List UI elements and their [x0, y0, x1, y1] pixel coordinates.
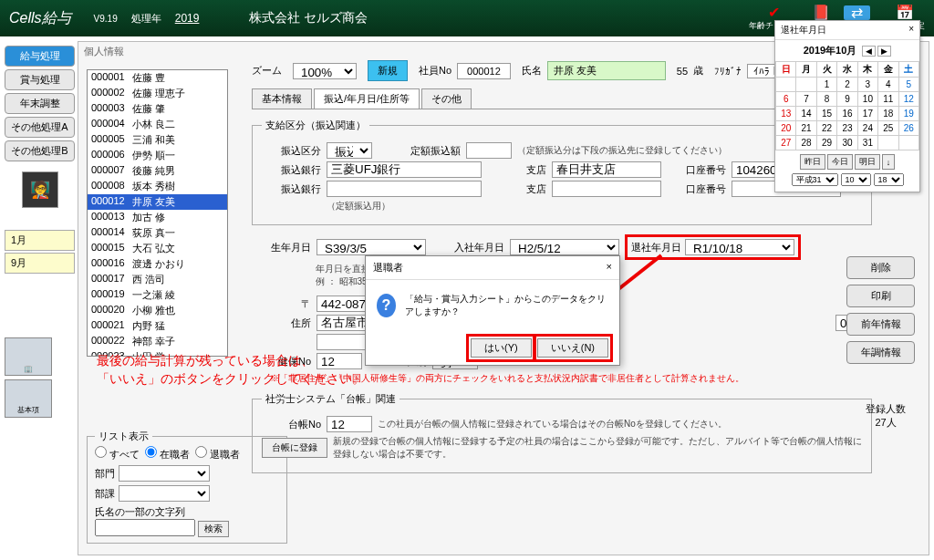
employee-row[interactable]: 000004小林 良二 — [88, 117, 227, 132]
new-button[interactable]: 新規 — [368, 60, 408, 81]
delete-button[interactable]: 削除 — [846, 256, 915, 279]
addr-label: 住所 — [252, 316, 311, 330]
kubun-label: 振込区分 — [262, 144, 321, 158]
presentation-icon[interactable]: 🧑‍🏫 — [22, 171, 58, 208]
empno-label: 社員No — [419, 64, 451, 78]
leave-select[interactable]: R1/10/18 — [685, 239, 794, 255]
employee-row[interactable]: 000017西 浩司 — [88, 272, 227, 287]
calendar-popup: 退社年月日× 2019年10月 ◀▶ 日月火水木金土12345678910111… — [774, 20, 920, 192]
nav-other-b[interactable]: その他処理B — [5, 140, 75, 161]
month-tabs: 1月 9月 — [5, 228, 75, 275]
employee-list[interactable]: 000001佐藤 豊000002佐藤 理恵子000003佐藤 肇000004小林… — [87, 69, 228, 357]
section-select[interactable] — [119, 485, 210, 502]
sharoshi-fieldset: 社労士システム「台帳」関連 台帳No この社員が台帳の個人情報に登録されている場… — [252, 392, 872, 473]
cal-day-select[interactable]: 18 — [874, 173, 904, 186]
furigana-label: ﾌﾘｶﾞﾅ — [714, 66, 742, 77]
name-search-label: 氏名の一部の文字列 — [95, 505, 279, 519]
nav-yearend[interactable]: 年末調整 — [5, 93, 75, 114]
cal-next-button[interactable]: ▶ — [877, 46, 891, 57]
ledgerno-input[interactable] — [327, 416, 372, 432]
tab-sep[interactable]: 9月 — [5, 253, 75, 274]
cal-today-button[interactable]: 今日 — [827, 154, 853, 170]
dept-select[interactable] — [119, 465, 210, 482]
teigaku-label: 定額振込額 — [410, 144, 461, 158]
radio-all[interactable]: すべて — [95, 446, 140, 461]
tab-transfer[interactable]: 振込/年月日/住所等 — [314, 88, 420, 109]
dialog-message: 「給与・賞与入力シート」からこのデータをクリアしますか？ — [405, 293, 608, 318]
employee-row[interactable]: 000019一之瀬 綾 — [88, 287, 227, 303]
app-name: Cells給与 — [9, 9, 71, 28]
radio-retired[interactable]: 退職者 — [195, 446, 240, 461]
leave-highlight: 退社年月日 R1/10/18 — [625, 234, 801, 260]
basic-item-button[interactable]: 基本項 — [5, 379, 52, 418]
bank-label: 振込銀行 — [262, 163, 321, 177]
tab-basic[interactable]: 基本情報 — [252, 88, 312, 109]
nav-other-a[interactable]: その他処理A — [5, 117, 75, 138]
sharoshi-legend: 社労士システム「台帳」関連 — [262, 392, 400, 406]
cal-era-select[interactable]: 平成31 — [792, 173, 838, 186]
zoom-label: ズーム — [252, 64, 282, 78]
calendar-grid[interactable]: 日月火水木金土123456789101112131415161718192021… — [775, 61, 919, 150]
teigaku-input[interactable] — [466, 142, 512, 159]
dialog-close-button[interactable]: × — [607, 261, 612, 275]
annotation-text: 最後の給与計算が残っている場合は、 「いいえ」のボタンをクリックしてください。 — [97, 352, 365, 388]
yearadj-button[interactable]: 年調情報 — [846, 341, 915, 364]
print-button[interactable]: 印刷 — [846, 285, 915, 307]
employee-row[interactable]: 000003佐藤 肇 — [88, 101, 227, 117]
employee-row[interactable]: 000013加古 修 — [88, 210, 227, 225]
cal-yesterday-button[interactable]: 昨日 — [800, 154, 825, 170]
register-ledger-button[interactable]: 台帳に登録 — [262, 438, 327, 458]
processing-year[interactable]: 2019 — [175, 12, 200, 25]
name-value: 井原 友美 — [547, 61, 666, 80]
cal-prev-button[interactable]: ◀ — [862, 46, 876, 57]
nav-bonus[interactable]: 賞与処理 — [5, 69, 75, 90]
employee-row[interactable]: 000007後藤 純男 — [88, 163, 227, 179]
employee-row[interactable]: 000012井原 友美 — [88, 194, 227, 210]
age-suffix: 歳 — [693, 64, 703, 78]
bank2-input[interactable] — [327, 181, 482, 197]
calendar-month: 2019年10月 — [804, 42, 857, 59]
dialog-no-button[interactable]: いいえ(N) — [537, 338, 608, 358]
radio-active[interactable]: 在職者 — [145, 446, 190, 461]
join-label: 入社年月日 — [431, 241, 504, 254]
cal-tomorrow-button[interactable]: 明日 — [855, 154, 880, 170]
empno-value: 000012 — [457, 63, 511, 79]
employee-row[interactable]: 000001佐藤 豊 — [88, 70, 227, 86]
name-search-input[interactable] — [95, 519, 195, 536]
bank2-label: 振込銀行 — [262, 182, 321, 196]
dialog-yes-button[interactable]: はい(Y) — [471, 338, 532, 358]
zip-label: 〒 — [252, 297, 311, 311]
register-count: 登録人数27人 — [866, 402, 906, 430]
employee-row[interactable]: 000014荻原 真一 — [88, 225, 227, 241]
employee-row[interactable]: 000020小柳 雅也 — [88, 303, 227, 318]
employee-row[interactable]: 000015大石 弘文 — [88, 241, 227, 256]
zoom-select[interactable]: 100% — [293, 63, 357, 79]
tab-jan[interactable]: 1月 — [5, 230, 75, 251]
employee-row[interactable]: 000022神部 幸子 — [88, 334, 227, 349]
branch-label: 支店 — [487, 163, 546, 177]
bank-input[interactable] — [327, 161, 482, 178]
teigaku-note: （定額振込分は下段の振込先に登録してください） — [517, 144, 727, 157]
birth-select[interactable]: S39/3/5 — [317, 239, 426, 255]
kubun-select[interactable]: 振込 — [327, 142, 372, 159]
cal-month-select[interactable]: 10 — [841, 173, 871, 186]
employee-row[interactable]: 000016渡邊 かおり — [88, 256, 227, 272]
employee-row[interactable]: 000006伊勢 順一 — [88, 148, 227, 163]
employee-row[interactable]: 000021内野 猛 — [88, 318, 227, 334]
nav-payroll[interactable]: 給与処理 — [5, 46, 75, 67]
side-buttons: 削除 印刷 前年情報 年調情報 — [846, 256, 915, 364]
calendar-close-button[interactable]: × — [908, 24, 914, 36]
tab-other[interactable]: その他 — [421, 88, 472, 109]
branch2-input[interactable] — [552, 181, 661, 197]
building-icon[interactable]: 🏢 — [5, 337, 52, 376]
cal-down-button[interactable]: ↓ — [882, 154, 896, 170]
prevyear-button[interactable]: 前年情報 — [846, 313, 915, 336]
join-select[interactable]: H2/5/12 — [510, 239, 619, 255]
employee-row[interactable]: 000008坂本 秀樹 — [88, 179, 227, 194]
employee-row[interactable]: 000005三浦 和美 — [88, 132, 227, 148]
dialog-title: 退職者 — [373, 261, 403, 275]
branch-input[interactable] — [552, 161, 661, 178]
search-button[interactable]: 検索 — [198, 521, 229, 537]
age-value: 55 — [677, 66, 688, 77]
employee-row[interactable]: 000002佐藤 理恵子 — [88, 86, 227, 101]
